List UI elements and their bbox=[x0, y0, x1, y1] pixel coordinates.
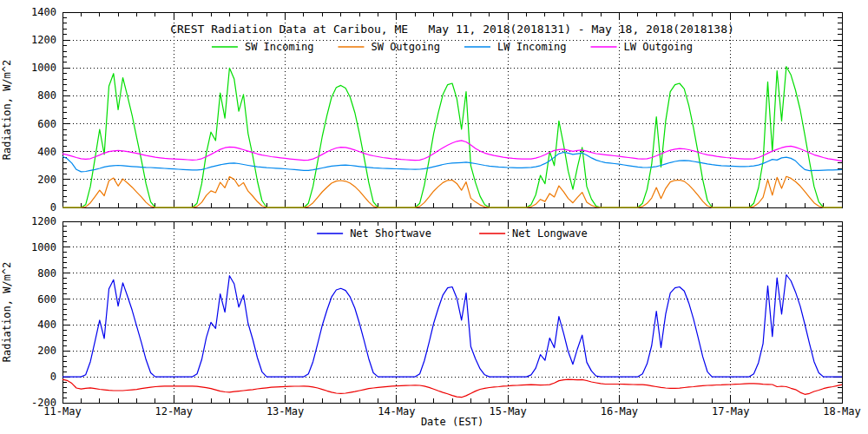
y-tick-label: 400 bbox=[37, 319, 56, 331]
series-net-shortwave bbox=[62, 275, 842, 378]
x-tick-label: 14-May bbox=[378, 405, 415, 418]
y-axis-label: Radiation, W/m^2 bbox=[1, 262, 13, 363]
plot-frame bbox=[62, 221, 842, 403]
x-tick-label: 11-May bbox=[43, 405, 81, 418]
legend-label-lw-outgoing: LW Outgoing bbox=[624, 41, 693, 53]
y-tick-label: 1200 bbox=[31, 215, 56, 227]
y-tick-label: 800 bbox=[37, 89, 56, 102]
y-tick-label: 1400 bbox=[31, 6, 56, 18]
y-tick-label: 800 bbox=[37, 267, 56, 279]
y-tick-label: 400 bbox=[37, 146, 56, 158]
radiation-time-series-chart: 0200400600800100012001400Radiation, W/m^… bbox=[0, 0, 868, 434]
series-net-longwave bbox=[62, 379, 842, 398]
y-tick-label: 600 bbox=[37, 293, 56, 306]
series-sw-outgoing bbox=[62, 176, 842, 207]
legend-label-lw-incoming: LW Incoming bbox=[497, 41, 566, 53]
series-sw-incoming bbox=[62, 67, 842, 207]
x-tick-label: 12-May bbox=[155, 405, 193, 418]
x-tick-label: 18-May bbox=[823, 405, 860, 418]
radiation-chart-page: CREST Radiation Data at Caribou, ME May … bbox=[0, 0, 868, 434]
plot-panel-0: 0200400600800100012001400Radiation, W/m^… bbox=[1, 6, 842, 214]
y-tick-label: 200 bbox=[37, 345, 56, 357]
y-tick-label: 1000 bbox=[31, 62, 56, 74]
y-tick-label: 0 bbox=[50, 371, 56, 383]
y-tick-label: 0 bbox=[50, 201, 56, 214]
legend-label-sw-incoming: SW Incoming bbox=[245, 41, 313, 53]
plot-frame bbox=[62, 12, 842, 207]
plot-panel-1: -20002004006008001000120011-May12-May13-… bbox=[1, 215, 861, 418]
x-tick-label: 15-May bbox=[489, 405, 526, 418]
legend-label-net-longwave: Net Longwave bbox=[512, 227, 588, 240]
legend-label-sw-outgoing: SW Outgoing bbox=[371, 41, 439, 53]
y-tick-label: 1200 bbox=[31, 34, 56, 46]
y-tick-label: 1000 bbox=[31, 241, 56, 253]
y-tick-label: 200 bbox=[37, 174, 56, 186]
y-tick-label: 600 bbox=[37, 118, 56, 130]
series-lw-incoming bbox=[62, 153, 842, 172]
legend-label-net-shortwave: Net Shortwave bbox=[350, 227, 431, 240]
x-tick-label: 16-May bbox=[601, 405, 638, 418]
y-axis-label: Radiation, W/m^2 bbox=[1, 60, 13, 161]
x-tick-label: 13-May bbox=[266, 405, 304, 418]
series-lw-outgoing bbox=[62, 141, 842, 161]
x-tick-label: 17-May bbox=[712, 405, 749, 418]
